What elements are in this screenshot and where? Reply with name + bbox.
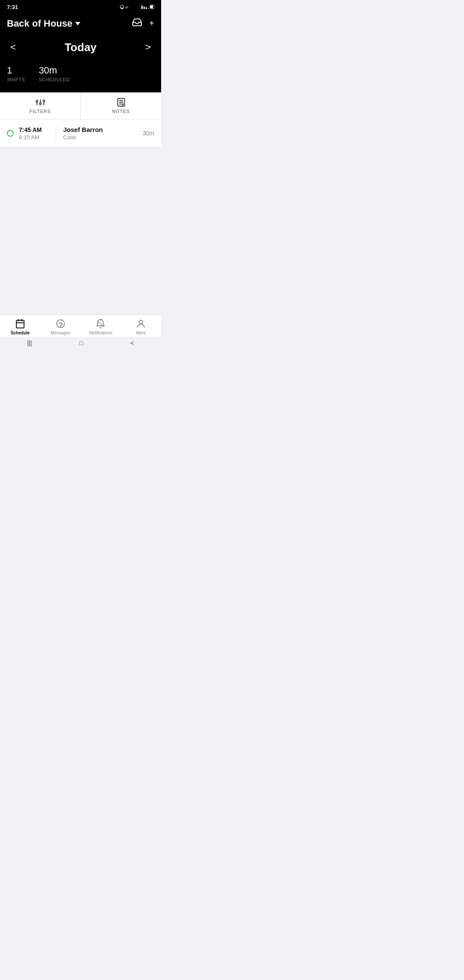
scheduled-stat: 30m SCHEDULED xyxy=(39,65,70,82)
svg-point-9 xyxy=(36,101,38,102)
svg-rect-18 xyxy=(16,320,24,328)
shift-divider xyxy=(56,126,56,141)
svg-rect-3 xyxy=(143,6,145,9)
header-title-area[interactable]: Back of House xyxy=(7,18,80,29)
dropdown-chevron-icon xyxy=(75,22,80,25)
current-date: Today xyxy=(64,41,97,54)
shift-employee-role: Cook xyxy=(63,134,137,141)
svg-text:⊹: ⊹ xyxy=(125,5,128,9)
shift-end-time: 8:15 AM xyxy=(19,134,49,141)
scheduled-label: SCHEDULED xyxy=(39,77,70,82)
filters-button[interactable]: FILTERS xyxy=(0,92,81,119)
bottom-navigation: Schedule Messages Notifications xyxy=(0,315,161,337)
nav-label-more: More xyxy=(136,331,146,335)
shifts-label: SHIFTS xyxy=(7,77,25,82)
svg-rect-4 xyxy=(146,7,147,9)
svg-point-11 xyxy=(40,103,41,104)
nav-label-messages: Messages xyxy=(51,331,70,335)
nav-label-notifications: Notifications xyxy=(89,331,112,335)
nav-label-schedule: Schedule xyxy=(11,331,30,335)
scheduled-value: 30m xyxy=(39,65,70,76)
svg-point-13 xyxy=(43,100,45,102)
add-button[interactable]: + xyxy=(149,18,154,28)
shift-times: 7:45 AM 8:15 AM xyxy=(19,126,49,141)
shift-duration: 30m xyxy=(143,130,154,137)
date-navigation: < Today > xyxy=(0,33,161,61)
shifts-stat: 1 SHIFTS xyxy=(7,65,25,82)
shifts-count: 1 xyxy=(7,65,25,76)
notes-button[interactable]: NOTES xyxy=(81,92,161,119)
svg-rect-5 xyxy=(148,8,149,9)
notes-label: NOTES xyxy=(112,109,130,114)
shift-status-indicator xyxy=(7,130,14,137)
svg-rect-7 xyxy=(150,6,153,8)
inbox-button[interactable] xyxy=(132,17,142,30)
svg-point-23 xyxy=(60,327,61,328)
system-nav-bar: ||| □ < xyxy=(0,337,161,349)
shift-info: Josef Barron Cook xyxy=(63,126,137,141)
toolbar: FILTERS NOTES xyxy=(0,92,161,119)
system-home-button[interactable]: □ xyxy=(79,340,83,346)
header-actions: + xyxy=(132,17,154,30)
header-title-text: Back of House xyxy=(7,18,73,29)
nav-item-schedule[interactable]: Schedule xyxy=(0,318,40,335)
status-bar: 7:31 ⊹ xyxy=(0,0,161,12)
system-menu-button[interactable]: ||| xyxy=(27,340,32,346)
prev-date-button[interactable]: < xyxy=(7,40,19,55)
nav-item-messages[interactable]: Messages xyxy=(40,318,81,335)
shift-employee-name: Josef Barron xyxy=(63,126,137,133)
header: Back of House + xyxy=(0,12,161,33)
nav-item-more[interactable]: More xyxy=(121,318,161,335)
shift-item[interactable]: 7:45 AM 8:15 AM Josef Barron Cook 30m xyxy=(0,119,161,147)
stats-bar: 1 SHIFTS 30m SCHEDULED xyxy=(0,61,161,92)
status-time: 7:31 xyxy=(7,4,18,10)
filters-label: FILTERS xyxy=(29,109,51,114)
shift-start-time: 7:45 AM xyxy=(19,126,49,133)
status-icons: ⊹ xyxy=(120,4,154,10)
nav-item-notifications[interactable]: Notifications xyxy=(81,318,121,335)
next-date-button[interactable]: > xyxy=(142,40,154,55)
svg-point-26 xyxy=(139,320,143,324)
svg-rect-2 xyxy=(141,6,143,9)
system-back-button[interactable]: < xyxy=(131,340,134,346)
